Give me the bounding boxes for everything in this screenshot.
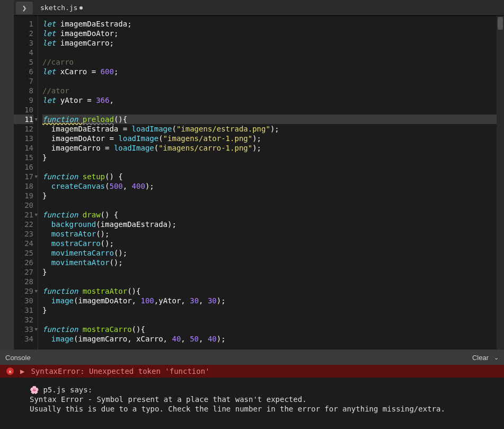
line-number: 34 — [14, 334, 33, 344]
line-number: 4 — [14, 48, 33, 57]
code-area[interactable]: let imagemDaEstrada;let imagemDoAtor;let… — [38, 16, 504, 349]
line-number: 12 — [14, 124, 33, 134]
code-line[interactable]: mostraAtor(); — [42, 229, 504, 239]
code-line[interactable]: imagemCarro = loadImage("imagens/carro-1… — [42, 143, 504, 153]
code-line[interactable]: } — [42, 267, 504, 277]
left-gutter-strip — [0, 0, 14, 349]
line-number: 16 — [14, 162, 33, 172]
code-line[interactable]: let imagemCarro; — [42, 38, 504, 48]
code-editor[interactable]: 1234567891011▼121314151617▼18192021▼2223… — [14, 16, 504, 349]
code-line[interactable] — [42, 76, 504, 86]
console-error-banner[interactable]: ✕ ▶ SyntaxError: Unexpected token 'funct… — [0, 365, 504, 378]
fold-marker-icon[interactable]: ▼ — [35, 325, 38, 334]
tab-filename: sketch.js — [40, 4, 77, 12]
line-number: 29▼ — [14, 286, 33, 296]
console-body: 🌸 p5.js says: Syntax Error - Symbol pres… — [0, 378, 504, 429]
console-title: Console — [5, 354, 31, 362]
line-number: 25 — [14, 248, 33, 258]
line-number: 28 — [14, 277, 33, 286]
console-panel: Console Clear ⌄ ✕ ▶ SyntaxError: Unexpec… — [0, 349, 504, 429]
line-number: 19 — [14, 191, 33, 200]
code-line[interactable]: let xCarro = 600; — [42, 67, 504, 76]
clear-button[interactable]: Clear — [472, 354, 489, 362]
tab-bar: ❯ sketch.js — [14, 0, 504, 16]
code-line[interactable]: background(imagemDaEstrada); — [42, 220, 504, 229]
code-line[interactable]: image(imagemDoAtor, 100,yAtor, 30, 30); — [42, 296, 504, 305]
line-number: 22 — [14, 220, 33, 229]
code-line[interactable]: image(imagemCarro, xCarro, 40, 50, 40); — [42, 334, 504, 344]
code-line[interactable]: mostraCarro(); — [42, 239, 504, 248]
expand-arrow-icon: ▶ — [20, 367, 24, 375]
fold-marker-icon[interactable]: ▼ — [35, 210, 38, 220]
line-number: 14 — [14, 143, 33, 153]
code-line[interactable] — [42, 277, 504, 286]
code-line[interactable]: let yAtor = 366, — [42, 95, 504, 105]
code-line[interactable]: let imagemDaEstrada; — [42, 19, 504, 29]
dirty-indicator-icon — [79, 6, 83, 10]
line-number: 32 — [14, 315, 33, 325]
line-number: 2 — [14, 29, 33, 38]
line-number: 11▼ — [14, 115, 33, 124]
line-number: 7 — [14, 76, 33, 86]
code-line[interactable]: } — [42, 153, 504, 162]
code-line[interactable]: function mostraAtor(){ — [42, 286, 504, 296]
line-number: 9 — [14, 95, 33, 105]
code-line[interactable]: //carro — [42, 57, 504, 67]
p5-line2: Usually this is due to a typo. Check the… — [30, 405, 445, 413]
line-number: 5 — [14, 57, 33, 67]
code-line[interactable] — [42, 162, 504, 172]
line-number: 30 — [14, 296, 33, 305]
code-line[interactable]: function mostraCarro(){ — [42, 325, 504, 334]
code-line[interactable]: let imagemDoAtor; — [42, 29, 504, 38]
line-number: 24 — [14, 239, 33, 248]
fold-marker-icon[interactable]: ▼ — [35, 115, 38, 124]
code-line[interactable]: movimentaCarro(); — [42, 248, 504, 258]
code-line[interactable]: imagemDaEstrada = loadImage("imagens/est… — [42, 124, 504, 134]
flower-icon: 🌸 — [30, 386, 39, 394]
code-line[interactable]: } — [42, 305, 504, 315]
console-header: Console Clear ⌄ — [0, 350, 504, 365]
line-number: 3 — [14, 38, 33, 48]
chevron-right-icon: ❯ — [22, 4, 26, 12]
code-line[interactable] — [42, 200, 504, 210]
tab-sketch[interactable]: sketch.js — [40, 4, 83, 12]
code-line[interactable] — [42, 315, 504, 325]
code-line[interactable]: createCanvas(500, 400); — [42, 181, 504, 191]
fold-marker-icon[interactable]: ▼ — [35, 172, 38, 181]
p5-line1: Syntax Error - Symbol present at a place… — [30, 395, 307, 404]
line-number: 13 — [14, 134, 33, 143]
code-line[interactable]: function preload(){ — [42, 115, 504, 124]
line-number: 21▼ — [14, 210, 33, 220]
line-number: 15 — [14, 153, 33, 162]
line-number: 20 — [14, 200, 33, 210]
line-number: 10 — [14, 105, 33, 115]
run-button[interactable]: ❯ — [16, 2, 33, 14]
line-number: 33▼ — [14, 325, 33, 334]
vertical-scrollbar[interactable] — [497, 16, 504, 349]
line-number: 26 — [14, 258, 33, 267]
line-number: 31 — [14, 305, 33, 315]
line-number: 23 — [14, 229, 33, 239]
line-number: 6 — [14, 67, 33, 76]
error-text: SyntaxError: Unexpected token 'function' — [31, 367, 209, 375]
chevron-down-icon[interactable]: ⌄ — [494, 354, 499, 361]
line-number: 18 — [14, 181, 33, 191]
scrollbar-thumb[interactable] — [498, 17, 503, 30]
code-line[interactable]: //ator — [42, 86, 504, 95]
fold-marker-icon[interactable]: ▼ — [35, 286, 38, 296]
line-number-gutter: 1234567891011▼121314151617▼18192021▼2223… — [14, 16, 38, 349]
code-line[interactable]: function draw() { — [42, 210, 504, 220]
error-icon: ✕ — [6, 367, 14, 375]
line-number: 8 — [14, 86, 33, 95]
code-line[interactable]: imagemDoAtor = loadImage("imagens/ator-1… — [42, 134, 504, 143]
line-number: 17▼ — [14, 172, 33, 181]
code-line[interactable] — [42, 105, 504, 115]
p5-says: p5.js says: — [39, 386, 92, 394]
code-line[interactable]: } — [42, 191, 504, 200]
line-number: 1 — [14, 19, 33, 29]
code-line[interactable]: function setup() { — [42, 172, 504, 181]
code-line[interactable] — [42, 48, 504, 57]
line-number: 27 — [14, 267, 33, 277]
code-line[interactable]: movimentaAtor(); — [42, 258, 504, 267]
